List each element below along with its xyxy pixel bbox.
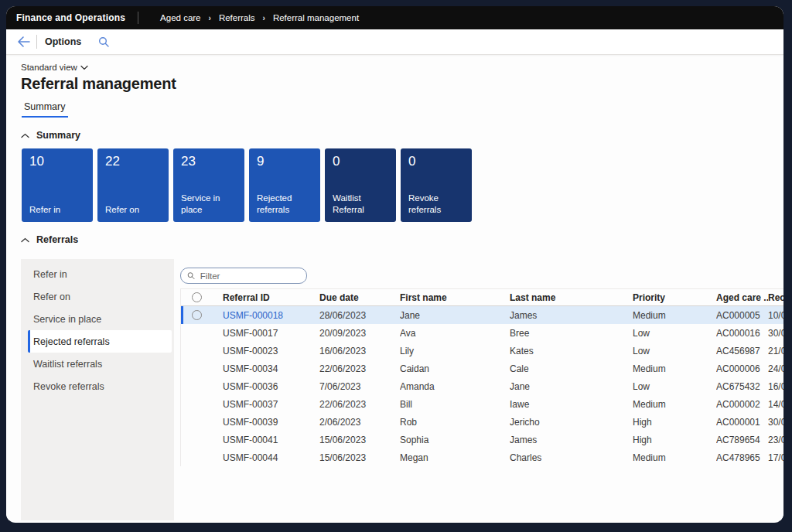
cell-first-name: Megan: [400, 452, 510, 463]
breadcrumb-item-referral-management[interactable]: Referral management: [273, 13, 359, 22]
summary-tile-revoke-referrals[interactable]: 0 Revoke referrals: [401, 148, 472, 222]
summary-tile-service-in-place[interactable]: 23 Service in place: [173, 148, 244, 222]
summary-tile-rejected-referrals[interactable]: 9 Rejected referrals: [249, 148, 320, 222]
tile-label: Waitlist Referral: [333, 193, 388, 216]
sidebar-item-waitlist-referrals[interactable]: Waitlist referrals: [28, 353, 172, 375]
column-header-aged-care[interactable]: Aged care ...: [716, 292, 768, 303]
table-row[interactable]: USMF-00044 15/06/2023 Megan Charles Medi…: [181, 448, 783, 466]
row-selector-radio[interactable]: [192, 310, 202, 320]
column-header-priority[interactable]: Priority: [633, 292, 716, 303]
chevron-up-icon: [21, 237, 29, 243]
search-icon: [98, 36, 109, 47]
cell-reco: 24/0: [768, 363, 783, 374]
cell-first-name: Jane: [400, 310, 510, 321]
cell-priority: Medium: [633, 452, 716, 463]
cell-reco: 21/0: [768, 346, 783, 356]
cell-first-name: Lily: [400, 346, 510, 356]
cell-referral-id[interactable]: USMF-00036: [223, 381, 319, 392]
back-arrow-icon: [17, 36, 30, 47]
cell-aged-care: AC000001: [716, 417, 768, 428]
column-header-reco[interactable]: Reco: [768, 292, 783, 303]
cell-referral-id[interactable]: USMF-00034: [223, 363, 319, 374]
table-row[interactable]: USMF-00023 16/06/2023 Lily Kates Low AC4…: [181, 342, 783, 360]
table-row[interactable]: USMF-00017 20/09/2023 Ava Bree Low AC000…: [181, 324, 783, 342]
cell-reco: 17/0: [768, 452, 783, 463]
page-content: Standard view Referral management Summar…: [6, 55, 783, 520]
cell-reco: 16/0: [768, 381, 783, 392]
cell-referral-id[interactable]: USMF-00041: [223, 435, 319, 445]
cell-first-name: Bill: [400, 399, 510, 410]
column-header-first-name[interactable]: First name: [400, 292, 510, 303]
summary-tile-waitlist-referral[interactable]: 0 Waitlist Referral: [325, 148, 396, 222]
table-row[interactable]: USMF-00041 15/06/2023 Sophia James High …: [181, 431, 783, 448]
summary-tile-refer-in[interactable]: 10 Refer in: [22, 148, 93, 222]
select-all-radio[interactable]: [192, 292, 202, 302]
summary-tile-refer-on[interactable]: 22 Refer on: [97, 148, 169, 222]
tile-label: Refer on: [105, 204, 161, 216]
command-bar: Options: [6, 29, 783, 55]
cell-referral-id[interactable]: USMF-00039: [223, 417, 319, 428]
cell-referral-id[interactable]: USMF-00023: [223, 346, 319, 356]
tile-label: Revoke referrals: [408, 193, 464, 216]
cell-reco: 14/0: [768, 399, 783, 410]
sidebar-item-refer-in[interactable]: Refer in: [28, 263, 172, 285]
cell-due-date: 20/09/2023: [319, 328, 400, 339]
toolbar-search-button[interactable]: [98, 36, 109, 47]
referrals-section-header[interactable]: Referrals: [21, 234, 783, 245]
cell-last-name: Jane: [510, 381, 633, 392]
cell-first-name: Sophia: [400, 435, 510, 445]
cell-referral-id[interactable]: USMF-00044: [223, 452, 319, 463]
breadcrumb-chevron-icon: ›: [263, 14, 265, 22]
table-row[interactable]: USMF-00034 22/06/2023 Caidan Cale Medium…: [181, 360, 783, 377]
cell-referral-id[interactable]: USMF-00017: [223, 328, 319, 339]
cell-referral-id[interactable]: USMF-00037: [223, 399, 319, 410]
cell-last-name: Iawe: [510, 399, 633, 410]
options-button[interactable]: Options: [45, 36, 81, 47]
app-title[interactable]: Finance and Operations: [6, 12, 138, 23]
filter-field[interactable]: [180, 268, 307, 284]
back-button[interactable]: [17, 36, 30, 47]
sidebar-item-rejected-referrals[interactable]: Rejected referrals: [28, 330, 172, 353]
cell-priority: High: [633, 435, 716, 445]
referrals-main: Referral ID Due date First name Last nam…: [180, 259, 783, 520]
table-row[interactable]: USMF-00039 2/06/2023 Rob Jericho High AC…: [181, 413, 783, 431]
sidebar-item-revoke-referrals[interactable]: Revoke referrals: [28, 375, 172, 397]
cell-due-date: 2/06/2023: [319, 417, 400, 428]
cell-priority: Medium: [633, 310, 716, 321]
breadcrumb-chevron-icon: ›: [209, 14, 211, 22]
toolbar-divider: [36, 35, 37, 49]
cell-reco: 23/0: [768, 435, 783, 445]
app-window: Finance and Operations Aged care › Refer…: [6, 6, 783, 523]
summary-section-header[interactable]: Summary: [21, 130, 783, 141]
cell-priority: Low: [633, 328, 716, 339]
breadcrumb: Aged care › Referrals › Referral managem…: [160, 13, 359, 22]
cell-aged-care: AC675432: [716, 381, 768, 392]
cell-priority: Low: [633, 381, 716, 392]
breadcrumb-item-aged-care[interactable]: Aged care: [160, 13, 200, 22]
tile-label: Refer in: [29, 204, 85, 216]
chevron-up-icon: [21, 133, 29, 138]
cell-due-date: 15/06/2023: [319, 435, 400, 445]
column-header-last-name[interactable]: Last name: [510, 292, 633, 303]
table-row[interactable]: USMF-00037 22/06/2023 Bill Iawe Medium A…: [181, 395, 783, 413]
summary-tiles: 10 Refer in 22 Refer on 23 Service in pl…: [22, 148, 783, 222]
breadcrumb-item-referrals[interactable]: Referrals: [219, 13, 255, 22]
sidebar-item-service-in-place[interactable]: Service in place: [28, 308, 172, 330]
filter-search-icon: [187, 271, 195, 280]
cell-priority: Low: [633, 346, 716, 356]
view-selector[interactable]: Standard view: [21, 63, 783, 72]
chevron-down-icon: [80, 65, 88, 70]
column-header-due-date[interactable]: Due date: [319, 292, 400, 303]
top-nav-bar: Finance and Operations Aged care › Refer…: [6, 6, 783, 29]
column-header-referral-id[interactable]: Referral ID: [223, 292, 319, 303]
cell-aged-care: AC000006: [716, 363, 768, 374]
filter-input[interactable]: [199, 271, 300, 281]
sidebar-item-refer-on[interactable]: Refer on: [28, 285, 172, 308]
table-row[interactable]: USMF-000018 28/06/2023 Jane James Medium…: [181, 306, 783, 324]
cell-referral-id[interactable]: USMF-000018: [223, 310, 319, 321]
view-selector-label: Standard view: [21, 63, 77, 72]
tab-summary[interactable]: Summary: [22, 101, 68, 118]
table-row[interactable]: USMF-00036 7/06/2023 Amanda Jane Low AC6…: [181, 377, 783, 395]
cell-aged-care: AC000002: [716, 399, 768, 410]
cell-first-name: Ava: [400, 328, 510, 339]
